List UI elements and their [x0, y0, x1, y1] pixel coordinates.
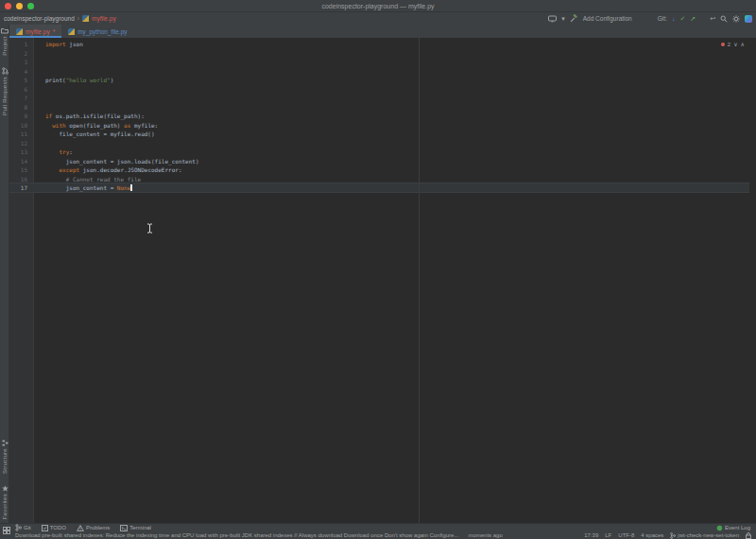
line-number[interactable]: 6	[9, 85, 34, 95]
line-number[interactable]: 8	[9, 103, 34, 113]
breadcrumb: codeinspector-playground › myfile.py	[4, 15, 116, 22]
add-configuration-button[interactable]: Add Configuration	[583, 15, 632, 22]
code-line-9[interactable]: if os.path.isfile(file_path):	[45, 112, 747, 121]
window-title: codeinspector-playground — myfile.py	[0, 3, 756, 9]
tool-window-switcher-icon[interactable]	[3, 527, 10, 534]
status-message[interactable]: Download pre-built shared indexes: Reduc…	[15, 532, 458, 538]
stripe-item-label: Pull Requests	[2, 77, 8, 115]
code-line-12[interactable]	[45, 139, 747, 148]
inspection-widget[interactable]: 2 ∨ ∧	[721, 41, 745, 47]
gutter-numbers[interactable]: 1234567891011121314151617	[9, 40, 34, 193]
code-line-6[interactable]	[45, 85, 747, 95]
line-number[interactable]: 17	[9, 183, 34, 193]
line-number[interactable]: 16	[9, 175, 34, 184]
code-line-7[interactable]	[45, 94, 747, 103]
stripe-item-pull-requests[interactable]: Pull Requests	[2, 67, 9, 115]
tool-window-button-git[interactable]: Git	[15, 524, 31, 531]
line-ending[interactable]: LF	[605, 532, 611, 538]
tool-window-button-terminal[interactable]: Terminal	[120, 524, 151, 531]
line-number[interactable]: 3	[9, 58, 34, 67]
error-dot-icon	[721, 43, 725, 46]
code-line-14[interactable]: json_content = json.loads(file_content)	[45, 157, 747, 166]
code-line-13[interactable]: try:	[45, 148, 747, 157]
git-branch-widget[interactable]: jwt-check-new-set-token	[670, 532, 739, 539]
tab-label: my_python_file.py	[77, 28, 127, 35]
vcs-push-icon[interactable]: ↗	[690, 15, 696, 22]
stripe-item-structure[interactable]: Structure	[2, 440, 9, 474]
breadcrumb-project[interactable]: codeinspector-playground	[4, 15, 75, 22]
folder-icon	[1, 27, 9, 34]
next-problem-icon[interactable]: ∨	[733, 41, 737, 47]
python-file-icon	[68, 28, 75, 35]
code-line-10[interactable]: with open(file_path) as myfile:	[45, 121, 747, 130]
tool-window-bar: GitTODOProblemsTerminal Event Log	[0, 523, 756, 531]
code-line-15[interactable]: except json.decoder.JSONDecodeError:	[45, 165, 747, 175]
chevron-down-icon[interactable]: ▾	[561, 15, 565, 22]
stripe-item-label: Structure	[2, 448, 8, 474]
code-line-3[interactable]	[45, 58, 747, 67]
line-number[interactable]: 15	[9, 165, 34, 175]
code-line-11[interactable]: file_content = myfile.read()	[45, 130, 747, 139]
code-lines[interactable]: import jsonprint("hello world")if os.pat…	[45, 40, 747, 193]
line-number[interactable]: 7	[9, 94, 34, 103]
stripe-bottom: StructureFavorites	[0, 440, 9, 519]
vcs-commit-icon[interactable]: ✓	[679, 15, 685, 22]
tab-myfile.py[interactable]: myfile.py*	[9, 25, 61, 38]
avatar[interactable]	[745, 15, 752, 23]
tool-window-button-todo[interactable]: TODO	[42, 524, 66, 531]
title-bar: codeinspector-playground — myfile.py	[0, 0, 756, 12]
ide-window: codeinspector-playground — myfile.py cod…	[0, 0, 756, 539]
line-number[interactable]: 4	[9, 67, 34, 77]
tool-window-label: Event Log	[725, 525, 750, 530]
line-number[interactable]: 9	[9, 112, 34, 121]
tool-window-button-event-log[interactable]: Event Log	[716, 525, 750, 531]
caret-position[interactable]: 17:39	[584, 532, 598, 538]
tool-window-button-problems[interactable]: Problems	[77, 524, 110, 531]
vcs-update-icon[interactable]: ↓	[672, 15, 676, 22]
pull-requests-icon	[2, 67, 9, 75]
breadcrumb-file[interactable]: myfile.py	[92, 15, 116, 22]
main-toolbar: ▾ Add Configuration Git: ↓ ✓ ↗ ↩	[548, 12, 752, 25]
branch-icon	[670, 532, 676, 539]
todo-icon	[42, 525, 48, 531]
code-line-17[interactable]: json_content = None	[45, 183, 747, 193]
prev-problem-icon[interactable]: ∧	[741, 41, 745, 47]
search-icon[interactable]	[720, 15, 728, 23]
stripe-item-label: Project	[2, 36, 8, 56]
terminal-icon	[120, 525, 128, 531]
build-hammer-icon[interactable]	[570, 14, 578, 23]
line-number[interactable]: 11	[9, 130, 34, 139]
tool-windows-right: Event Log	[716, 525, 750, 531]
line-number[interactable]: 12	[9, 139, 34, 148]
tool-window-label: Terminal	[129, 525, 151, 530]
code-line-5[interactable]: print("hello world")	[45, 76, 747, 85]
navigation-bar: codeinspector-playground › myfile.py ▾ A…	[0, 12, 756, 25]
undo-icon[interactable]: ↩	[710, 15, 715, 22]
event-log-icon	[716, 525, 723, 531]
gear-icon[interactable]	[732, 15, 740, 23]
code-line-1[interactable]: import json	[45, 40, 747, 49]
code-editor[interactable]: 1234567891011121314151617 import jsonpri…	[9, 38, 756, 523]
file-encoding[interactable]: UTF-8	[618, 532, 634, 538]
code-line-8[interactable]	[45, 103, 747, 113]
favorites-icon	[2, 485, 9, 492]
code-line-16[interactable]: # Cannot read the file	[45, 175, 747, 184]
stripe-item-project[interactable]: Project	[1, 27, 9, 56]
code-line-2[interactable]	[45, 49, 747, 59]
code-line-4[interactable]	[45, 67, 747, 77]
status-bar: Download pre-built shared indexes: Reduc…	[0, 531, 756, 539]
indent-style[interactable]: 4 spaces	[641, 532, 663, 538]
run-target-icon[interactable]	[548, 15, 557, 23]
line-number[interactable]: 10	[9, 121, 34, 130]
stripe-item-favorites[interactable]: Favorites	[2, 485, 9, 519]
line-number[interactable]: 14	[9, 157, 34, 166]
line-number[interactable]: 13	[9, 148, 34, 157]
lock-icon[interactable]	[746, 532, 751, 539]
line-number[interactable]: 1	[9, 40, 34, 49]
tab-my_python_file.py[interactable]: my_python_file.py	[61, 25, 133, 38]
status-widgets: 17:39 LF UTF-8 4 spaces jwt-check-new-se…	[584, 532, 751, 539]
left-tool-stripe: ProjectPull Requests StructureFavorites	[0, 25, 9, 523]
line-number[interactable]: 5	[9, 76, 34, 85]
mouse-ibeam-cursor	[146, 223, 153, 234]
line-number[interactable]: 2	[9, 49, 34, 59]
